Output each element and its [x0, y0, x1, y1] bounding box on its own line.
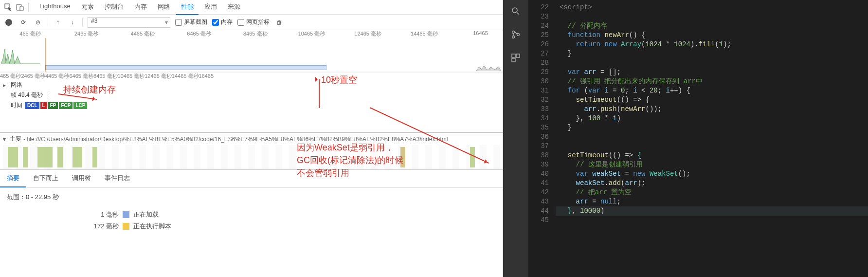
screenshot-checkbox[interactable]: 屏幕截图 — [175, 18, 207, 26]
overview-chart[interactable] — [0, 38, 503, 72]
scrub-cursor[interactable] — [45, 38, 46, 72]
summary-tab-3[interactable]: 事件日志 — [98, 170, 137, 187]
summary-tab-2[interactable]: 调用树 — [65, 170, 98, 187]
cpu-spark-icon — [1, 44, 40, 64]
ruler-tick: 2465 毫秒 — [74, 30, 99, 37]
extensions-icon[interactable] — [509, 52, 522, 64]
legend-row: 172 毫秒正在执行脚本 — [90, 222, 171, 231]
ruler-tick: 16465 — [199, 73, 214, 79]
devtools-tab-2[interactable]: 控制台 — [100, 0, 128, 15]
ruler-tick: 465 毫秒 — [19, 30, 40, 37]
ruler-tick: 465 毫秒 — [0, 73, 21, 79]
ruler-tick: 14465 毫秒 — [411, 30, 438, 37]
devtools-panel: Lighthouse元素控制台内存网络性能应用来源 ⟳ ⊘ ↑ ↓ #3 屏幕截… — [0, 0, 503, 277]
frame-track-header[interactable]: 帧 49.4 毫秒 — [0, 90, 503, 100]
code-area[interactable]: 2223242526272829303132333435363738394041… — [528, 0, 868, 277]
ruler-tick: 4465 毫秒 — [45, 73, 70, 79]
reload-record-button[interactable]: ⟳ — [18, 18, 28, 27]
svg-point-7 — [517, 34, 520, 36]
save-profile-button[interactable]: ↓ — [68, 18, 77, 27]
devtools-tab-6[interactable]: 应用 — [199, 0, 222, 15]
ruler-bottom: 465 毫秒2465 毫秒4465 毫秒6465 毫秒8465 毫秒10465 … — [0, 72, 503, 80]
summary-tab-0[interactable]: 摘要 — [0, 170, 26, 187]
record-button[interactable] — [4, 18, 14, 27]
load-profile-button[interactable]: ↑ — [53, 18, 63, 27]
timeline-overview[interactable]: 465 毫秒2465 毫秒4465 毫秒6465 毫秒8465 毫秒10465 … — [0, 30, 503, 132]
ruler-top: 465 毫秒2465 毫秒4465 毫秒6465 毫秒8465 毫秒10465 … — [0, 30, 503, 38]
chevron-right-icon: ▸ — [3, 82, 8, 89]
activity-bar — [503, 0, 528, 277]
main-track-header[interactable]: ▾ 主要 - file:///C:/Users/Administrator/De… — [0, 133, 503, 145]
performance-toolbar: ⟳ ⊘ ↑ ↓ #3 屏幕截图 内存 网页指标 🗑 — [0, 15, 503, 30]
timing-track-header[interactable]: 时间 DCLLFPFCPLCP — [0, 100, 503, 111]
summary-range: 范围：0 - 22.95 秒 — [7, 193, 496, 202]
summary-tabs: 摘要自下而上调用树事件日志 — [0, 169, 503, 188]
timing-badge-l: L — [40, 102, 47, 109]
search-icon[interactable] — [509, 5, 522, 18]
timing-badges: DCLLFPFCPLCP — [25, 102, 87, 109]
svg-point-6 — [512, 36, 515, 38]
main-file-path: - file:///C:/Users/Administrator/Desktop… — [23, 136, 448, 143]
code-editor: 2223242526272829303132333435363738394041… — [503, 0, 868, 277]
main-track: ▾ 主要 - file:///C:/Users/Administrator/De… — [0, 132, 503, 169]
svg-point-5 — [512, 31, 515, 34]
ruler-tick: 4465 毫秒 — [131, 30, 155, 37]
timing-badge-lcp: LCP — [73, 102, 87, 109]
ruler-tick: 12465 毫秒 — [354, 30, 381, 37]
clear-button[interactable]: ⊘ — [33, 18, 43, 27]
chevron-down-icon: ▾ — [3, 136, 8, 143]
session-select[interactable]: #3 — [88, 17, 170, 28]
svg-rect-8 — [512, 54, 515, 57]
flame-chart[interactable] — [3, 145, 500, 169]
timing-badge-fcp: FCP — [59, 102, 72, 109]
device-toggle-icon[interactable] — [15, 2, 25, 13]
webvitals-checkbox[interactable]: 网页指标 — [237, 18, 270, 26]
ruler-tick: 14465 毫秒 — [172, 73, 199, 79]
devtools-tab-1[interactable]: 元素 — [76, 0, 99, 15]
inspect-icon[interactable] — [3, 2, 14, 13]
devtools-header: Lighthouse元素控制台内存网络性能应用来源 — [0, 0, 503, 15]
summary-body: 范围：0 - 22.95 秒 1 毫秒正在加载172 毫秒正在执行脚本 — [0, 188, 503, 236]
svg-point-3 — [512, 8, 517, 13]
devtools-tab-0[interactable]: Lighthouse — [35, 0, 75, 15]
ruler-tick: 6465 毫秒 — [69, 73, 93, 79]
line-gutter: 2223242526272829303132333435363738394041… — [528, 0, 556, 277]
svg-rect-10 — [512, 58, 515, 62]
devtools-tab-7[interactable]: 来源 — [223, 0, 245, 15]
ruler-tick: 12465 毫秒 — [145, 73, 172, 79]
gc-button[interactable]: 🗑 — [274, 18, 284, 27]
memory-checkbox[interactable]: 内存 — [212, 18, 233, 26]
svg-rect-9 — [516, 54, 520, 57]
ruler-tick: 8465 毫秒 — [243, 30, 268, 37]
ruler-tick: 10465 毫秒 — [298, 30, 326, 37]
ruler-tick: 6465 毫秒 — [187, 30, 211, 37]
svg-rect-2 — [20, 6, 23, 11]
devtools-tab-3[interactable]: 内存 — [129, 0, 152, 15]
tail-spark-icon — [476, 64, 501, 71]
legend-row: 1 毫秒正在加载 — [90, 210, 159, 219]
code-content[interactable]: <script> // 分配内存 function newArr() { ret… — [556, 0, 868, 277]
devtools-tabs: Lighthouse元素控制台内存网络性能应用来源 — [35, 0, 245, 15]
ruler-tick: 10465 毫秒 — [118, 73, 145, 79]
network-track-header[interactable]: ▸网络 — [0, 80, 503, 90]
svg-line-4 — [517, 12, 519, 15]
summary-tab-1[interactable]: 自下而上 — [26, 170, 65, 187]
ruler-tick: 8465 毫秒 — [93, 73, 118, 79]
devtools-tab-5[interactable]: 性能 — [176, 0, 199, 15]
summary-legend: 1 毫秒正在加载172 毫秒正在执行脚本 — [7, 210, 496, 231]
ruler-tick: 2465 毫秒 — [21, 73, 45, 79]
timing-badge-dcl: DCL — [25, 102, 39, 109]
timing-badge-fp: FP — [48, 102, 58, 109]
source-control-icon[interactable] — [509, 28, 522, 41]
devtools-tab-4[interactable]: 网络 — [153, 0, 175, 15]
ruler-tick: 16465 — [473, 30, 488, 36]
